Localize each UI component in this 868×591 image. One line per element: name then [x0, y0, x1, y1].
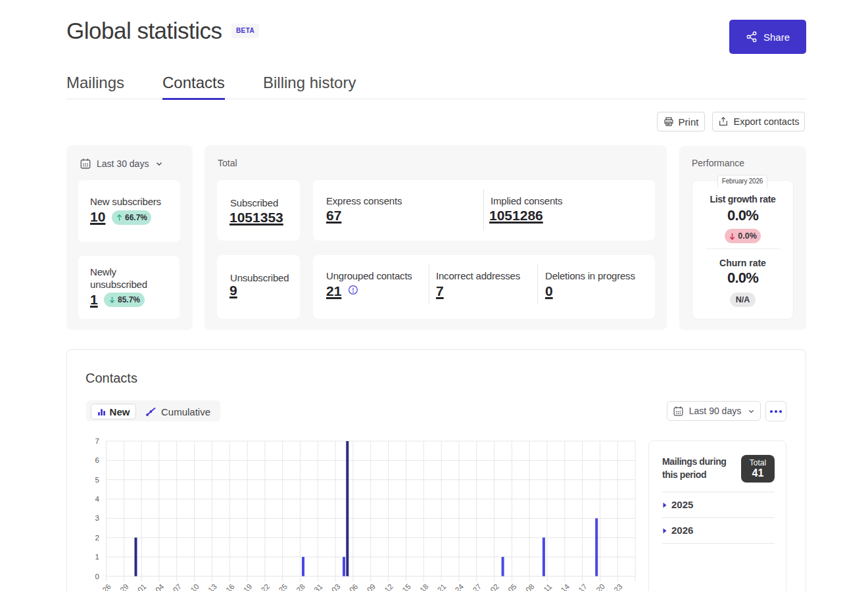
- svg-text:3: 3: [95, 514, 99, 522]
- svg-text:26: 26: [101, 582, 112, 591]
- svg-text:04: 04: [154, 582, 166, 591]
- svg-text:1: 1: [95, 553, 99, 561]
- svg-text:31: 31: [312, 582, 324, 591]
- svg-text:05: 05: [506, 582, 518, 591]
- svg-text:02: 02: [489, 582, 500, 591]
- svg-text:11: 11: [542, 582, 553, 591]
- svg-text:14: 14: [560, 582, 571, 591]
- svg-text:2: 2: [95, 534, 99, 542]
- svg-text:16: 16: [224, 582, 236, 591]
- svg-text:29: 29: [118, 582, 130, 591]
- svg-text:06: 06: [348, 582, 360, 591]
- svg-text:25: 25: [277, 582, 289, 591]
- svg-text:4: 4: [95, 495, 100, 503]
- svg-text:07: 07: [172, 582, 183, 591]
- svg-text:19: 19: [242, 582, 254, 591]
- svg-text:6: 6: [95, 456, 99, 464]
- svg-text:03: 03: [330, 582, 342, 591]
- svg-text:13: 13: [206, 582, 218, 591]
- svg-text:20: 20: [594, 582, 606, 591]
- svg-text:12: 12: [383, 582, 395, 591]
- svg-text:7: 7: [95, 437, 99, 445]
- svg-text:21: 21: [436, 582, 448, 591]
- svg-text:27: 27: [471, 582, 483, 591]
- svg-text:01: 01: [136, 582, 148, 591]
- svg-text:24: 24: [454, 582, 466, 591]
- svg-text:08: 08: [524, 582, 536, 591]
- svg-text:17: 17: [577, 582, 589, 591]
- svg-text:10: 10: [189, 582, 201, 591]
- svg-text:15: 15: [400, 582, 412, 591]
- svg-text:5: 5: [95, 476, 99, 484]
- svg-text:23: 23: [612, 582, 624, 591]
- svg-text:09: 09: [366, 582, 377, 591]
- svg-text:28: 28: [295, 582, 306, 591]
- svg-text:18: 18: [418, 582, 430, 591]
- svg-text:22: 22: [260, 582, 272, 591]
- svg-text:0: 0: [95, 573, 99, 580]
